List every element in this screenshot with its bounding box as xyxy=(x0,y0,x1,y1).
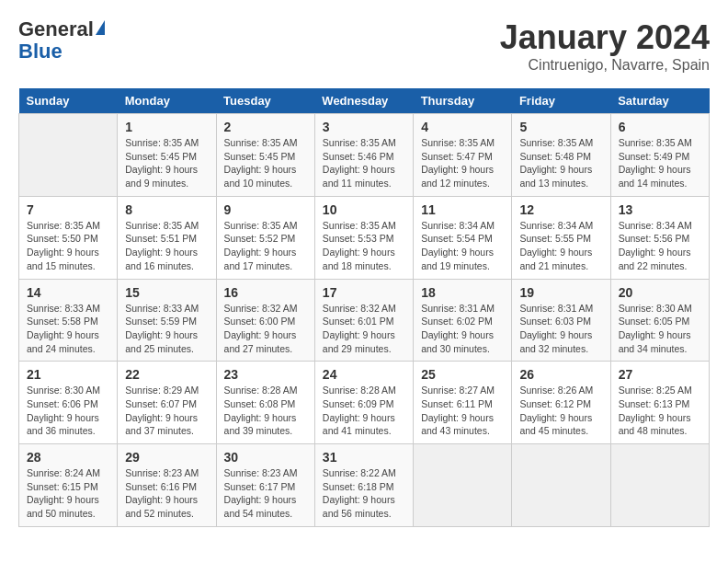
day-number: 16 xyxy=(224,285,307,300)
calendar-cell: 27Sunrise: 8:25 AMSunset: 6:13 PMDayligh… xyxy=(610,362,709,444)
calendar-cell xyxy=(19,114,118,197)
calendar-cell: 29Sunrise: 8:23 AMSunset: 6:16 PMDayligh… xyxy=(118,444,216,527)
day-number: 29 xyxy=(125,450,208,465)
day-info: Sunrise: 8:34 AMSunset: 5:55 PMDaylight:… xyxy=(519,219,602,273)
calendar-cell: 2Sunrise: 8:35 AMSunset: 5:45 PMDaylight… xyxy=(216,114,314,197)
calendar-cell: 1Sunrise: 8:35 AMSunset: 5:45 PMDaylight… xyxy=(118,114,216,197)
day-header-monday: Monday xyxy=(118,88,216,114)
day-number: 14 xyxy=(27,285,109,300)
calendar-cell: 20Sunrise: 8:30 AMSunset: 6:05 PMDayligh… xyxy=(610,279,709,362)
calendar-cell: 3Sunrise: 8:35 AMSunset: 5:46 PMDaylight… xyxy=(314,114,413,197)
day-number: 6 xyxy=(619,120,701,134)
day-info: Sunrise: 8:30 AMSunset: 6:05 PMDaylight:… xyxy=(619,302,701,356)
day-info: Sunrise: 8:22 AMSunset: 6:18 PMDaylight:… xyxy=(323,466,405,521)
day-info: Sunrise: 8:35 AMSunset: 5:50 PMDaylight:… xyxy=(27,219,109,273)
calendar-cell: 16Sunrise: 8:32 AMSunset: 6:00 PMDayligh… xyxy=(216,279,314,362)
day-info: Sunrise: 8:35 AMSunset: 5:51 PMDaylight:… xyxy=(125,219,208,273)
day-info: Sunrise: 8:28 AMSunset: 6:09 PMDaylight:… xyxy=(323,384,405,438)
day-header-friday: Friday xyxy=(512,88,610,114)
day-header-sunday: Sunday xyxy=(19,88,118,114)
calendar-cell: 14Sunrise: 8:33 AMSunset: 5:58 PMDayligh… xyxy=(19,279,118,362)
calendar-cell: 19Sunrise: 8:31 AMSunset: 6:03 PMDayligh… xyxy=(512,279,610,362)
day-header-thursday: Thursday xyxy=(414,88,512,114)
day-info: Sunrise: 8:31 AMSunset: 6:03 PMDaylight:… xyxy=(519,302,602,356)
day-info: Sunrise: 8:23 AMSunset: 6:16 PMDaylight:… xyxy=(125,466,208,521)
calendar-cell: 30Sunrise: 8:23 AMSunset: 6:17 PMDayligh… xyxy=(216,444,314,527)
calendar-week-row: 14Sunrise: 8:33 AMSunset: 5:58 PMDayligh… xyxy=(19,279,710,362)
header: General Blue January 2024 Cintruenigo, N… xyxy=(18,18,710,74)
title-area: January 2024 Cintruenigo, Navarre, Spain xyxy=(500,18,710,74)
calendar-cell: 15Sunrise: 8:33 AMSunset: 5:59 PMDayligh… xyxy=(118,279,216,362)
calendar-cell: 21Sunrise: 8:30 AMSunset: 6:06 PMDayligh… xyxy=(19,362,118,444)
day-number: 20 xyxy=(619,285,701,300)
day-number: 25 xyxy=(421,367,504,382)
calendar-cell xyxy=(610,444,709,527)
calendar-week-row: 21Sunrise: 8:30 AMSunset: 6:06 PMDayligh… xyxy=(19,362,710,444)
calendar-cell xyxy=(414,444,512,527)
day-info: Sunrise: 8:29 AMSunset: 6:07 PMDaylight:… xyxy=(125,384,208,438)
day-info: Sunrise: 8:35 AMSunset: 5:45 PMDaylight:… xyxy=(125,136,208,190)
day-info: Sunrise: 8:34 AMSunset: 5:54 PMDaylight:… xyxy=(421,219,504,273)
calendar-week-row: 28Sunrise: 8:24 AMSunset: 6:15 PMDayligh… xyxy=(19,444,710,527)
calendar-cell: 28Sunrise: 8:24 AMSunset: 6:15 PMDayligh… xyxy=(19,444,118,527)
day-number: 10 xyxy=(323,202,405,217)
day-info: Sunrise: 8:34 AMSunset: 5:56 PMDaylight:… xyxy=(619,219,701,273)
calendar-cell: 4Sunrise: 8:35 AMSunset: 5:47 PMDaylight… xyxy=(414,114,512,197)
day-info: Sunrise: 8:23 AMSunset: 6:17 PMDaylight:… xyxy=(224,466,307,521)
calendar-cell: 7Sunrise: 8:35 AMSunset: 5:50 PMDaylight… xyxy=(19,196,118,279)
day-info: Sunrise: 8:32 AMSunset: 6:00 PMDaylight:… xyxy=(224,302,307,356)
calendar-week-row: 7Sunrise: 8:35 AMSunset: 5:50 PMDaylight… xyxy=(19,196,710,279)
calendar-cell: 25Sunrise: 8:27 AMSunset: 6:11 PMDayligh… xyxy=(414,362,512,444)
day-info: Sunrise: 8:35 AMSunset: 5:52 PMDaylight:… xyxy=(224,219,307,273)
day-info: Sunrise: 8:30 AMSunset: 6:06 PMDaylight:… xyxy=(27,384,109,438)
calendar-cell: 26Sunrise: 8:26 AMSunset: 6:12 PMDayligh… xyxy=(512,362,610,444)
day-number: 1 xyxy=(125,120,208,134)
day-info: Sunrise: 8:35 AMSunset: 5:49 PMDaylight:… xyxy=(619,136,701,190)
calendar-cell: 6Sunrise: 8:35 AMSunset: 5:49 PMDaylight… xyxy=(610,114,709,197)
logo-text-block: General Blue xyxy=(18,18,105,63)
day-number: 30 xyxy=(224,450,307,465)
day-number: 4 xyxy=(421,120,504,134)
logo: General Blue xyxy=(18,18,105,63)
calendar-cell: 17Sunrise: 8:32 AMSunset: 6:01 PMDayligh… xyxy=(314,279,413,362)
day-info: Sunrise: 8:35 AMSunset: 5:45 PMDaylight:… xyxy=(224,136,307,190)
calendar-cell: 24Sunrise: 8:28 AMSunset: 6:09 PMDayligh… xyxy=(314,362,413,444)
calendar-cell: 10Sunrise: 8:35 AMSunset: 5:53 PMDayligh… xyxy=(314,196,413,279)
logo-general: General xyxy=(18,17,94,40)
day-info: Sunrise: 8:35 AMSunset: 5:47 PMDaylight:… xyxy=(421,136,504,190)
day-header-wednesday: Wednesday xyxy=(314,88,413,114)
day-number: 5 xyxy=(519,120,602,134)
day-number: 8 xyxy=(125,202,208,217)
day-info: Sunrise: 8:24 AMSunset: 6:15 PMDaylight:… xyxy=(27,466,109,521)
calendar-cell: 13Sunrise: 8:34 AMSunset: 5:56 PMDayligh… xyxy=(610,196,709,279)
day-info: Sunrise: 8:33 AMSunset: 5:58 PMDaylight:… xyxy=(27,302,109,356)
calendar-cell: 9Sunrise: 8:35 AMSunset: 5:52 PMDaylight… xyxy=(216,196,314,279)
day-info: Sunrise: 8:35 AMSunset: 5:46 PMDaylight:… xyxy=(323,136,405,190)
day-number: 11 xyxy=(421,202,504,217)
calendar-cell: 11Sunrise: 8:34 AMSunset: 5:54 PMDayligh… xyxy=(414,196,512,279)
day-info: Sunrise: 8:35 AMSunset: 5:48 PMDaylight:… xyxy=(519,136,602,190)
day-header-saturday: Saturday xyxy=(610,88,709,114)
day-number: 27 xyxy=(619,367,701,382)
day-info: Sunrise: 8:25 AMSunset: 6:13 PMDaylight:… xyxy=(619,384,701,438)
day-info: Sunrise: 8:32 AMSunset: 6:01 PMDaylight:… xyxy=(323,302,405,356)
day-number: 7 xyxy=(27,202,109,217)
calendar-cell: 22Sunrise: 8:29 AMSunset: 6:07 PMDayligh… xyxy=(118,362,216,444)
day-number: 21 xyxy=(27,367,109,382)
day-number: 24 xyxy=(323,367,405,382)
day-number: 9 xyxy=(224,202,307,217)
logo-icon-triangle xyxy=(96,20,105,35)
day-info: Sunrise: 8:35 AMSunset: 5:53 PMDaylight:… xyxy=(323,219,405,273)
day-number: 15 xyxy=(125,285,208,300)
day-number: 31 xyxy=(323,450,405,465)
day-number: 3 xyxy=(323,120,405,134)
calendar-cell xyxy=(512,444,610,527)
day-number: 22 xyxy=(125,367,208,382)
day-number: 12 xyxy=(519,202,602,217)
calendar-title: January 2024 xyxy=(500,18,710,57)
day-number: 2 xyxy=(224,120,307,134)
calendar-cell: 18Sunrise: 8:31 AMSunset: 6:02 PMDayligh… xyxy=(414,279,512,362)
logo-blue: Blue xyxy=(18,40,63,63)
calendar-cell: 31Sunrise: 8:22 AMSunset: 6:18 PMDayligh… xyxy=(314,444,413,527)
day-info: Sunrise: 8:28 AMSunset: 6:08 PMDaylight:… xyxy=(224,384,307,438)
